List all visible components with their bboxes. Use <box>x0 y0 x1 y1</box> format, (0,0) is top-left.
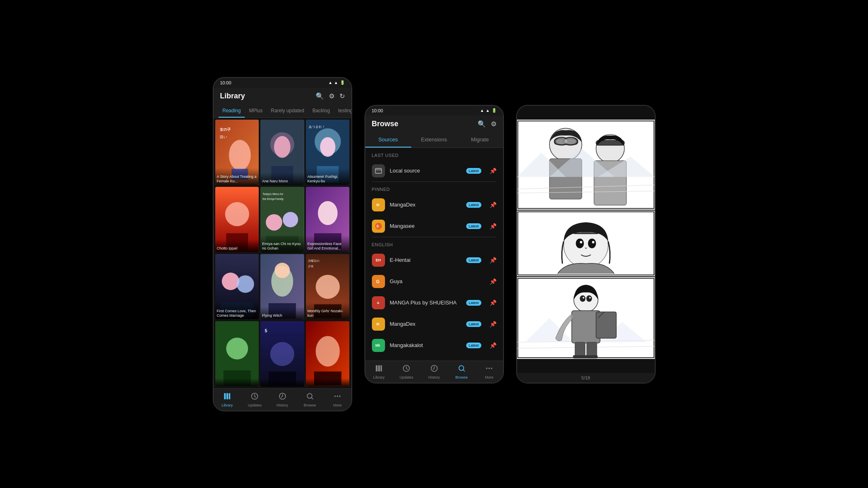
list-item[interactable]: Chotto Ippai! <box>215 187 259 252</box>
tab-extensions[interactable]: Extensions <box>411 132 457 148</box>
mangasee-pin-icon[interactable]: 📌 <box>490 223 497 229</box>
mangadex-pin-icon[interactable]: 📌 <box>490 202 497 208</box>
source-item-local[interactable]: Local source Latest 📌 <box>365 160 503 182</box>
list-item[interactable]: あつまれ！ Atsumere! Fushigi, Kenkyu-bu <box>306 120 350 185</box>
source-item-mangasee-pinned[interactable]: S Mangasee Latest 📌 <box>365 216 503 237</box>
wifi-icon-2: ▲ <box>480 108 484 113</box>
source-item-mangaplus[interactable]: + MANGA Plus by SHUEISHA Latest 📌 <box>365 292 503 313</box>
manga-title: Emiya-san Chi no Kyou no Gohan <box>260 235 304 252</box>
search-icon[interactable]: 🔍 <box>316 92 324 100</box>
phone-reader: 5/18 <box>516 105 656 384</box>
manga-title: Flying Witch <box>260 307 304 320</box>
svg-point-46 <box>226 337 248 359</box>
list-item[interactable] <box>306 321 350 387</box>
list-item[interactable]: Flying Witch <box>260 254 304 320</box>
filter-icon[interactable]: ⚙ <box>329 92 335 100</box>
status-bar-2: 10:00 ▲ ▲ 🔋 <box>365 106 503 116</box>
guya-pin-icon[interactable]: 📌 <box>490 278 497 285</box>
svg-text:月曜日の: 月曜日の <box>308 259 319 262</box>
nav-more-label: More <box>333 403 342 407</box>
tab-migrate[interactable]: Migrate <box>457 132 503 148</box>
svg-rect-81 <box>376 365 378 371</box>
battery-icon-2: 🔋 <box>492 108 497 113</box>
svg-point-27 <box>318 201 337 225</box>
source-item-mangadex-pinned[interactable]: M MangaDex Latest 📌 <box>365 194 503 216</box>
battery-icon: 🔋 <box>340 80 345 85</box>
history-nav-icon <box>278 392 287 402</box>
manga-title: Chotto Ippai! <box>215 240 259 252</box>
manga-title <box>260 379 304 387</box>
svg-point-90 <box>491 368 492 369</box>
list-item[interactable]: First Comes Love, Then Comes Marriage <box>215 254 259 320</box>
nav2-updates[interactable]: Updates <box>393 361 420 383</box>
list-item[interactable]: 女の子 扱い A Story About Treating a Female K… <box>215 120 259 185</box>
nav2-browse[interactable]: Browse <box>448 361 475 383</box>
svg-point-23 <box>283 212 298 227</box>
list-item[interactable]: Ane Naru Mono <box>260 120 304 185</box>
section-english: English <box>365 237 503 250</box>
tab-sources[interactable]: Sources <box>365 132 411 148</box>
svg-rect-59 <box>229 393 230 399</box>
local-source-badge: Latest <box>466 168 481 174</box>
mangadex-en-name: MangaDex <box>390 321 461 327</box>
nav-more[interactable]: More <box>324 389 351 411</box>
nav-history[interactable]: History <box>269 389 296 411</box>
svg-text:女の子: 女の子 <box>219 127 230 131</box>
list-item[interactable]: Today's Menu for the Emiya Family Emiya-… <box>260 187 304 252</box>
mangaplus-pin-icon[interactable]: 📌 <box>490 300 497 306</box>
tab-reading[interactable]: Reading <box>219 104 245 118</box>
svg-rect-127 <box>596 312 616 338</box>
more-nav-icon-2 <box>485 364 493 375</box>
svg-point-17 <box>225 202 249 226</box>
nav2-more-label: More <box>485 375 494 379</box>
svg-point-122 <box>580 295 586 302</box>
mangadex-en-pin-icon[interactable]: 📌 <box>490 321 497 327</box>
svg-rect-82 <box>378 365 380 371</box>
mangadex-en-badge: Latest <box>466 321 481 327</box>
nav2-more[interactable]: More <box>475 361 503 383</box>
svg-line-87 <box>463 370 465 371</box>
source-item-mangakakalot[interactable]: Mk Mangakakalot Latest 📌 <box>365 335 503 356</box>
nav-library[interactable]: Library <box>214 389 241 411</box>
source-item-guya[interactable]: G Guya ‌ 📌 <box>365 271 503 292</box>
bottom-nav-1: Library Updates History Browse More <box>214 388 351 411</box>
nav2-browse-label: Browse <box>456 375 468 379</box>
browse-search-icon[interactable]: 🔍 <box>478 120 486 128</box>
manga-title: A Story About Treating a Female Ku... <box>215 168 259 185</box>
list-item[interactable]: 5 <box>260 321 304 387</box>
svg-rect-83 <box>380 365 382 371</box>
nav-browse[interactable]: Browse <box>296 389 324 411</box>
nav2-history[interactable]: History <box>420 361 448 383</box>
source-item-mangadex-en[interactable]: M MangaDex Latest 📌 <box>365 313 503 335</box>
list-item[interactable]: Expressionless Face Girl And Emotional..… <box>306 187 350 252</box>
status-icons-2: ▲ ▲ 🔋 <box>480 108 497 113</box>
local-source-icon <box>372 164 385 177</box>
mangakakalot-name: Mangakakalot <box>390 342 461 348</box>
library-nav-icon-2 <box>375 364 383 375</box>
mangakakalot-pin-icon[interactable]: 📌 <box>490 342 497 349</box>
svg-point-124 <box>583 297 584 298</box>
tab-mplus[interactable]: MPlus <box>245 104 267 118</box>
list-item[interactable] <box>215 321 259 387</box>
mangasee-pinned-badge: Latest <box>466 223 481 229</box>
nav2-library[interactable]: Library <box>365 361 393 383</box>
section-pinned: Pinned <box>365 182 503 194</box>
updates-nav-icon-2 <box>402 364 410 375</box>
source-item-ehentai[interactable]: EH E-Hentai Latest 📌 <box>365 250 503 271</box>
browse-filter-icon[interactable]: ⚙ <box>491 120 497 128</box>
svg-text:G: G <box>376 279 379 284</box>
nav-updates[interactable]: Updates <box>241 389 269 411</box>
tab-testing[interactable]: testing <box>334 104 351 118</box>
tab-rarely-updated[interactable]: Rarely updated <box>267 104 308 118</box>
local-pin-icon[interactable]: 📌 <box>490 168 497 174</box>
tab-backlog[interactable]: Backlog <box>308 104 334 118</box>
refresh-icon[interactable]: ↻ <box>339 92 345 100</box>
manga-title: Atsumere! Fushigi, Kenkyu-bu <box>306 168 350 185</box>
nav-library-label: Library <box>221 403 233 407</box>
svg-point-97 <box>565 138 576 144</box>
status-time-1: 10:00 <box>220 80 232 85</box>
ehentai-pin-icon[interactable]: 📌 <box>490 257 497 263</box>
svg-point-62 <box>307 393 312 398</box>
reader-content[interactable] <box>517 106 655 373</box>
list-item[interactable]: 月曜日の 少女 Monthly Girls' Nozaki-kun <box>306 254 350 320</box>
